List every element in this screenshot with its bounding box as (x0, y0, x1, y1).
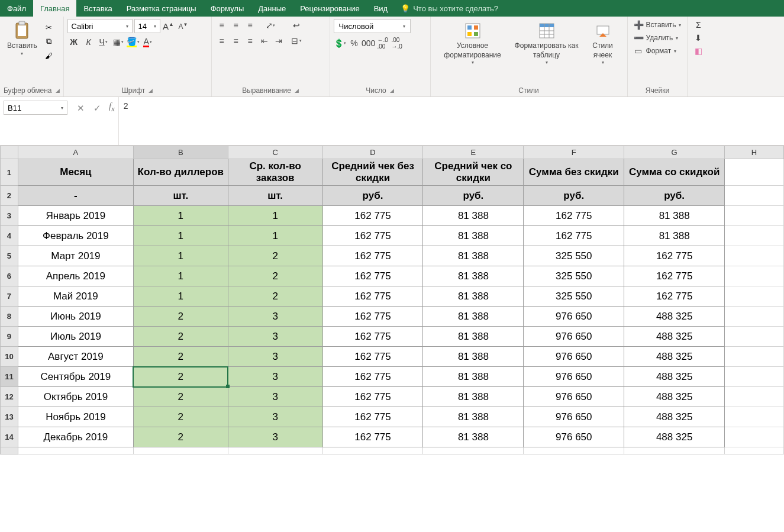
cell[interactable] (322, 447, 423, 454)
cell-D5[interactable]: 162 775 (322, 246, 423, 266)
formula-input[interactable]: 2 (118, 97, 784, 145)
row-header-12[interactable]: 12 (1, 387, 18, 407)
currency-button[interactable]: 💲▾ (334, 37, 347, 50)
cell[interactable] (725, 186, 784, 206)
cell-A7[interactable]: Май 2019 (18, 286, 133, 307)
autosum-button[interactable]: Σ (691, 19, 705, 31)
unit-cell[interactable]: руб. (624, 186, 725, 206)
cell-H8[interactable] (725, 307, 784, 327)
cell-G4[interactable]: 81 388 (624, 226, 725, 246)
cell-F10[interactable]: 976 650 (524, 347, 624, 367)
unit-cell[interactable]: руб. (524, 186, 624, 206)
cell-C5[interactable]: 2 (228, 246, 322, 266)
cell[interactable] (524, 447, 624, 454)
format-painter-button[interactable]: 🖌 (43, 50, 55, 62)
underline-button[interactable]: Ч▾ (97, 36, 110, 49)
cell-G10[interactable]: 488 325 (624, 347, 725, 367)
dialog-launcher-icon[interactable]: ◢ (56, 88, 60, 93)
tell-me-box[interactable]: 💡 Что вы хотите сделать? (395, 0, 504, 17)
tab-разметка страницы[interactable]: Разметка страницы (120, 0, 204, 17)
cell-C11[interactable]: 3 (228, 367, 322, 387)
cell-H11[interactable] (725, 367, 784, 387)
orientation-button[interactable]: ⤢▾ (264, 19, 277, 32)
row-header-15[interactable] (1, 447, 18, 454)
cell-B11[interactable]: 2 (133, 367, 228, 387)
increase-decimal-button[interactable]: ←.0.00 (376, 37, 389, 50)
row-header-6[interactable]: 6 (1, 266, 18, 286)
cell-C13[interactable]: 3 (228, 407, 322, 427)
row-header-10[interactable]: 10 (1, 347, 18, 367)
cell-D8[interactable]: 162 775 (322, 307, 423, 327)
font-color-button[interactable]: A▾ (141, 36, 154, 49)
cell-F5[interactable]: 325 550 (524, 246, 624, 266)
cell-B6[interactable]: 1 (133, 266, 228, 286)
cell-H13[interactable] (725, 407, 784, 427)
align-bottom-button[interactable]: ≡ (244, 19, 257, 32)
conditional-format-button[interactable]: Условное форматирование▾ (434, 19, 511, 69)
increase-font-button[interactable]: A▲ (162, 20, 175, 33)
number-format-dropdown[interactable]: Числовой▾ (334, 19, 411, 33)
cell-E10[interactable]: 81 388 (423, 347, 524, 367)
cell[interactable] (133, 447, 228, 454)
italic-button[interactable]: К (82, 36, 95, 49)
row-header-7[interactable]: 7 (1, 286, 18, 307)
merge-button[interactable]: ⊟▾ (291, 34, 302, 47)
col-header-E[interactable]: E (423, 146, 524, 159)
cell-F13[interactable]: 976 650 (524, 407, 624, 427)
clear-button[interactable]: ◧ (691, 45, 705, 57)
cell-E7[interactable]: 81 388 (423, 286, 524, 307)
bold-button[interactable]: Ж (67, 36, 80, 49)
cell-B14[interactable]: 2 (133, 427, 228, 447)
insert-cells-button[interactable]: ➕ Вставить ▾ (631, 19, 684, 31)
format-as-table-button[interactable]: Форматировать как таблицу▾ (511, 19, 582, 69)
select-all-corner[interactable] (1, 146, 18, 159)
cell-E4[interactable]: 81 388 (423, 226, 524, 246)
cell-A5[interactable]: Март 2019 (18, 246, 133, 266)
dialog-launcher-icon[interactable]: ◢ (295, 88, 299, 93)
tab-данные[interactable]: Данные (251, 0, 293, 17)
cell-E8[interactable]: 81 388 (423, 307, 524, 327)
cell-E5[interactable]: 81 388 (423, 246, 524, 266)
worksheet-grid[interactable]: ABCDEFGH1МесяцКол-во диллеровСр. кол-во … (0, 146, 784, 454)
col-header-H[interactable]: H (725, 146, 784, 159)
decrease-font-button[interactable]: A▼ (177, 20, 190, 33)
wrap-text-button[interactable]: ↩ (291, 19, 302, 32)
cell-D10[interactable]: 162 775 (322, 347, 423, 367)
enter-formula-button[interactable]: ✓ (91, 103, 103, 114)
align-middle-button[interactable]: ≡ (230, 19, 243, 32)
header-cell[interactable]: Месяц (18, 159, 133, 186)
cell-D9[interactable]: 162 775 (322, 327, 423, 347)
cell-F6[interactable]: 325 550 (524, 266, 624, 286)
cell-F7[interactable]: 325 550 (524, 286, 624, 307)
cell-A8[interactable]: Июнь 2019 (18, 307, 133, 327)
row-header-4[interactable]: 4 (1, 226, 18, 246)
cell-A11[interactable]: Сентябрь 2019 (18, 367, 133, 387)
tab-вид[interactable]: Вид (367, 0, 395, 17)
fill-button[interactable]: ⬇ (691, 32, 705, 44)
col-header-F[interactable]: F (524, 146, 624, 159)
align-left-button[interactable]: ≡ (215, 34, 228, 47)
cell[interactable] (725, 159, 784, 186)
row-header-1[interactable]: 1 (1, 159, 18, 186)
cell-F3[interactable]: 162 775 (524, 206, 624, 226)
increase-indent-button[interactable]: ⇥ (272, 34, 285, 47)
row-header-13[interactable]: 13 (1, 407, 18, 427)
cell-C14[interactable]: 3 (228, 427, 322, 447)
cell-H10[interactable] (725, 347, 784, 367)
cell-C3[interactable]: 1 (228, 206, 322, 226)
row-header-14[interactable]: 14 (1, 427, 18, 447)
cell-H4[interactable] (725, 226, 784, 246)
cell-D12[interactable]: 162 775 (322, 387, 423, 407)
align-right-button[interactable]: ≡ (244, 34, 257, 47)
cell-F4[interactable]: 162 775 (524, 226, 624, 246)
percent-button[interactable]: % (348, 37, 361, 50)
cut-button[interactable]: ✂ (43, 21, 55, 33)
paste-button[interactable]: Вставить ▾ (4, 19, 41, 59)
cell-D6[interactable]: 162 775 (322, 266, 423, 286)
cell-E13[interactable]: 81 388 (423, 407, 524, 427)
cell-C12[interactable]: 3 (228, 387, 322, 407)
cell-styles-button[interactable]: Стили ячеек▾ (582, 19, 624, 69)
fill-color-button[interactable]: 🪣▾ (127, 36, 140, 49)
cell-G11[interactable]: 488 325 (624, 367, 725, 387)
cell[interactable] (423, 447, 524, 454)
